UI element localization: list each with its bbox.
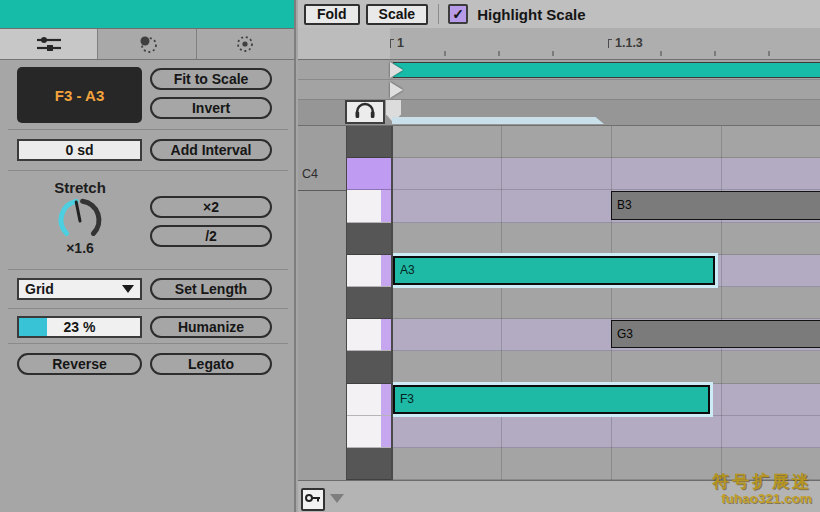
- note-lane-F#3[interactable]: [393, 351, 820, 383]
- divider: [8, 269, 288, 270]
- grid-mode-select[interactable]: Grid: [17, 278, 142, 300]
- piano-key-C#4[interactable]: [347, 126, 391, 158]
- gridline: [611, 126, 612, 480]
- stretch-value[interactable]: ×1.6: [28, 240, 132, 256]
- row-label-A#3: [298, 223, 346, 255]
- ruler-tick: [714, 51, 716, 56]
- loop-overview-strip[interactable]: [392, 117, 604, 124]
- gridline: [501, 126, 502, 480]
- row-label-C4: C4: [298, 158, 346, 191]
- target-icon: [232, 33, 258, 55]
- note-grid-area: C4 B3A3G3F3: [298, 125, 820, 480]
- note-lane-G3[interactable]: G3: [393, 319, 820, 351]
- scale-button[interactable]: Scale: [366, 4, 429, 25]
- loop-start-marker-icon[interactable]: [390, 62, 403, 78]
- midi-note-F3[interactable]: F3: [393, 385, 710, 414]
- interval-value-box[interactable]: 0 sd: [17, 139, 142, 161]
- piano-key-F#3[interactable]: [347, 351, 391, 383]
- row-label-E3: [298, 416, 346, 448]
- piano-roll-panel: Fold Scale Highlight Scale 1 1.1.3: [298, 0, 820, 512]
- note-lane-F3[interactable]: F3: [393, 384, 820, 416]
- set-length-button[interactable]: Set Length: [150, 278, 272, 300]
- note-lane-C#4[interactable]: [393, 126, 820, 158]
- multiply-2-button[interactable]: ×2: [150, 196, 272, 218]
- gridline: [721, 126, 722, 480]
- piano-roll-toolbar: Fold Scale Highlight Scale: [298, 0, 820, 28]
- piano-key-F3[interactable]: [347, 384, 391, 416]
- marker-lanes: [298, 60, 820, 125]
- note-lane-G#3[interactable]: [393, 287, 820, 319]
- note-lane-E3[interactable]: [393, 416, 820, 448]
- piano-key-G3[interactable]: [347, 319, 391, 351]
- humanize-amount-value: 23 %: [19, 318, 140, 336]
- row-label-F3: [298, 384, 346, 416]
- clip-color-header[interactable]: [0, 0, 294, 28]
- midi-note-G3[interactable]: G3: [611, 320, 820, 348]
- octave-label-column: C4: [298, 126, 346, 480]
- row-label-C#4: [298, 126, 346, 158]
- ruler-tick: [768, 51, 770, 56]
- row-label-F#3: [298, 352, 346, 384]
- divider: [8, 170, 288, 171]
- grid-mode-value: Grid: [25, 281, 54, 297]
- legato-button[interactable]: Legato: [150, 353, 272, 375]
- stretch-knob[interactable]: [52, 194, 108, 244]
- footer-dropdown-icon[interactable]: [330, 494, 344, 503]
- divider: [8, 343, 288, 344]
- ruler-label-1-1-3: 1.1.3: [608, 36, 643, 50]
- tab-transform[interactable]: [0, 29, 97, 59]
- key-icon: [304, 491, 322, 509]
- divider: [8, 129, 288, 130]
- note-lane-C4[interactable]: [393, 158, 820, 190]
- midi-note-B3[interactable]: B3: [611, 191, 820, 219]
- beat-time-ruler[interactable]: 1 1.1.3: [298, 28, 820, 60]
- midi-note-A3[interactable]: A3: [393, 256, 715, 285]
- tab-generate[interactable]: [97, 29, 195, 59]
- note-lane-D#3[interactable]: [393, 448, 820, 480]
- ruler-tick: [444, 51, 446, 56]
- note-lane-B3[interactable]: B3: [393, 190, 820, 222]
- piano-key-A#3[interactable]: [347, 223, 391, 255]
- midi-tools-panel: F3 - A3 Fit to Scale Invert 0 sd Add Int…: [0, 0, 296, 512]
- ruler-tick: [498, 51, 500, 56]
- ruler-tick: [552, 51, 554, 56]
- chevron-down-icon: [122, 285, 134, 293]
- row-label-G#3: [298, 287, 346, 319]
- humanize-amount-slider[interactable]: 23 %: [17, 316, 142, 338]
- punch-lane[interactable]: [298, 79, 820, 99]
- generate-icon: [134, 33, 160, 55]
- piano-key-A3[interactable]: [347, 255, 391, 287]
- loop-region-bar[interactable]: [393, 62, 820, 78]
- start-marker-icon[interactable]: [390, 82, 403, 98]
- ruler-label-1: 1: [390, 36, 404, 50]
- piano-key-G#3[interactable]: [347, 287, 391, 319]
- key-column: [346, 126, 391, 480]
- piano-key-E3[interactable]: [347, 416, 391, 448]
- tab-utility[interactable]: [196, 29, 294, 59]
- piano-key-D#3[interactable]: [347, 448, 391, 480]
- sliders-icon: [34, 35, 64, 53]
- reverse-button[interactable]: Reverse: [17, 353, 142, 375]
- add-interval-button[interactable]: Add Interval: [150, 139, 272, 161]
- divide-2-button[interactable]: /2: [150, 225, 272, 247]
- tool-tabs: [0, 28, 294, 60]
- editor-footer: [298, 480, 820, 512]
- ruler-bracket-icon: [608, 39, 612, 48]
- ableton-midi-editor: F3 - A3 Fit to Scale Invert 0 sd Add Int…: [0, 0, 820, 512]
- audition-button[interactable]: [345, 100, 385, 124]
- note-lane-A#3[interactable]: [393, 223, 820, 255]
- divider: [438, 4, 439, 24]
- highlight-scale-label: Highlight Scale: [477, 6, 585, 23]
- humanize-button[interactable]: Humanize: [150, 316, 272, 338]
- keyboard-mode-button[interactable]: [301, 488, 325, 511]
- invert-button[interactable]: Invert: [150, 97, 272, 119]
- fold-button[interactable]: Fold: [304, 4, 360, 25]
- piano-key-B3[interactable]: [347, 190, 391, 222]
- note-grid[interactable]: B3A3G3F3: [391, 126, 820, 480]
- pitch-range-display[interactable]: F3 - A3: [17, 67, 142, 123]
- ruler-corner: [298, 28, 390, 59]
- note-lane-A3[interactable]: A3: [393, 255, 820, 287]
- highlight-scale-checkbox[interactable]: [448, 4, 468, 24]
- fit-to-scale-button[interactable]: Fit to Scale: [150, 68, 272, 90]
- piano-key-C4[interactable]: [347, 158, 391, 190]
